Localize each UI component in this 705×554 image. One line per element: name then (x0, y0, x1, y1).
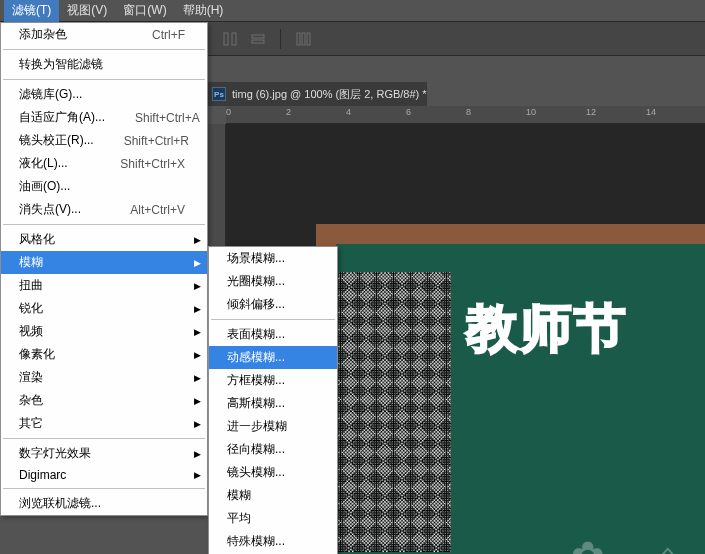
chalkboard-graphic: 教师节 ✿ ⌂ ⬡ (336, 244, 705, 554)
menu-item-label: Digimarc (19, 468, 66, 482)
blur-submenu-item[interactable]: 进一步模糊 (209, 415, 337, 438)
submenu-arrow-icon: ▶ (194, 419, 201, 429)
filter-menu-dropdown: 添加杂色Ctrl+F转换为智能滤镜滤镜库(G)...自适应广角(A)...Shi… (0, 22, 208, 516)
svg-rect-5 (302, 33, 305, 45)
blur-submenu-item[interactable]: 径向模糊... (209, 438, 337, 461)
menu-separator (3, 224, 205, 225)
filter-menu-item[interactable]: 杂色▶ (1, 389, 207, 412)
menu-item-label: 油画(O)... (19, 178, 70, 195)
filter-menu-item[interactable]: 风格化▶ (1, 228, 207, 251)
menu-item-label: 消失点(V)... (19, 201, 81, 218)
menu-item-label: 数字灯光效果 (19, 445, 91, 462)
menu-view[interactable]: 视图(V) (59, 0, 115, 22)
submenu-arrow-icon: ▶ (194, 235, 201, 245)
filter-menu-item[interactable]: 消失点(V)...Alt+Ctrl+V (1, 198, 207, 221)
menu-window[interactable]: 窗口(W) (115, 0, 174, 22)
blur-submenu-item[interactable]: 特殊模糊... (209, 530, 337, 553)
filter-menu-item[interactable]: 滤镜库(G)... (1, 83, 207, 106)
submenu-arrow-icon: ▶ (194, 281, 201, 291)
menu-help[interactable]: 帮助(H) (175, 0, 232, 22)
blur-submenu-item[interactable]: 动感模糊... (209, 346, 337, 369)
menu-item-label: 锐化 (19, 300, 43, 317)
menu-item-label: 特殊模糊... (227, 533, 285, 550)
menu-shortcut: Shift+Ctrl+X (120, 157, 185, 171)
menu-item-label: 添加杂色 (19, 26, 67, 43)
menu-item-label: 滤镜库(G)... (19, 86, 82, 103)
menu-shortcut: Alt+Ctrl+V (130, 203, 185, 217)
menu-item-label: 其它 (19, 415, 43, 432)
blur-submenu-item[interactable]: 方框模糊... (209, 369, 337, 392)
menu-item-label: 方框模糊... (227, 372, 285, 389)
svg-rect-1 (232, 33, 236, 45)
menu-shortcut: Ctrl+F (152, 28, 185, 42)
filter-menu-item[interactable]: 其它▶ (1, 412, 207, 435)
filter-menu-item[interactable]: 添加杂色Ctrl+F (1, 23, 207, 46)
menu-item-label: 渲染 (19, 369, 43, 386)
align-icon[interactable] (220, 29, 240, 49)
menu-item-label: 自适应广角(A)... (19, 109, 105, 126)
distribute-icon[interactable] (293, 29, 313, 49)
svg-rect-0 (224, 33, 228, 45)
separator (280, 29, 281, 49)
document-title: timg (6).jpg @ 100% (图层 2, RGB/8#) * (232, 87, 427, 102)
menu-item-label: 场景模糊... (227, 250, 285, 267)
filter-menu-item[interactable]: 浏览联机滤镜... (1, 492, 207, 515)
blur-submenu-item[interactable]: 场景模糊... (209, 247, 337, 270)
menu-separator (3, 488, 205, 489)
submenu-arrow-icon: ▶ (194, 258, 201, 268)
menu-item-label: 高斯模糊... (227, 395, 285, 412)
menu-item-label: 动感模糊... (227, 349, 285, 366)
menu-item-label: 像素化 (19, 346, 55, 363)
submenu-arrow-icon: ▶ (194, 373, 201, 383)
filter-menu-item[interactable]: 锐化▶ (1, 297, 207, 320)
menu-shortcut: Shift+Ctrl+R (124, 134, 189, 148)
blur-submenu-dropdown: 场景模糊...光圈模糊...倾斜偏移...表面模糊...动感模糊...方框模糊.… (208, 246, 338, 554)
menu-filter[interactable]: 滤镜(T) (4, 0, 59, 22)
menubar: 滤镜(T) 视图(V) 窗口(W) 帮助(H) (0, 0, 705, 22)
blur-submenu-item[interactable]: 镜头模糊... (209, 461, 337, 484)
noise-region (336, 272, 451, 552)
menu-item-label: 视频 (19, 323, 43, 340)
submenu-arrow-icon: ▶ (194, 327, 201, 337)
menu-item-label: 平均 (227, 510, 251, 527)
submenu-arrow-icon: ▶ (194, 350, 201, 360)
menu-item-label: 光圈模糊... (227, 273, 285, 290)
filter-menu-item[interactable]: 数字灯光效果▶ (1, 442, 207, 465)
blur-submenu-item[interactable]: 平均 (209, 507, 337, 530)
menu-item-label: 扭曲 (19, 277, 43, 294)
filter-menu-item[interactable]: Digimarc▶ (1, 465, 207, 485)
filter-menu-item[interactable]: 模糊▶ (1, 251, 207, 274)
menu-separator (3, 49, 205, 50)
menu-item-label: 径向模糊... (227, 441, 285, 458)
ruler-horizontal: 0246810121416 (226, 106, 705, 124)
filter-menu-item[interactable]: 自适应广角(A)...Shift+Ctrl+A (1, 106, 207, 129)
menu-item-label: 模糊 (227, 487, 251, 504)
menu-shortcut: Shift+Ctrl+A (135, 111, 200, 125)
menu-item-label: 浏览联机滤镜... (19, 495, 101, 512)
filter-menu-item[interactable]: 油画(O)... (1, 175, 207, 198)
document-tab[interactable]: Ps timg (6).jpg @ 100% (图层 2, RGB/8#) * (208, 82, 427, 106)
menu-item-label: 模糊 (19, 254, 43, 271)
blur-submenu-item[interactable]: 倾斜偏移... (209, 293, 337, 316)
menu-item-label: 镜头校正(R)... (19, 132, 94, 149)
svg-rect-3 (252, 40, 264, 43)
filter-menu-item[interactable]: 像素化▶ (1, 343, 207, 366)
align-icon[interactable] (248, 29, 268, 49)
menu-item-label: 镜头模糊... (227, 464, 285, 481)
menu-item-label: 风格化 (19, 231, 55, 248)
filter-menu-item[interactable]: 液化(L)...Shift+Ctrl+X (1, 152, 207, 175)
submenu-arrow-icon: ▶ (194, 304, 201, 314)
menu-item-label: 倾斜偏移... (227, 296, 285, 313)
menu-item-label: 转换为智能滤镜 (19, 56, 103, 73)
blur-submenu-item[interactable]: 表面模糊... (209, 323, 337, 346)
blur-submenu-item[interactable]: 高斯模糊... (209, 392, 337, 415)
filter-menu-item[interactable]: 转换为智能滤镜 (1, 53, 207, 76)
filter-menu-item[interactable]: 镜头校正(R)...Shift+Ctrl+R (1, 129, 207, 152)
submenu-arrow-icon: ▶ (194, 396, 201, 406)
filter-menu-item[interactable]: 扭曲▶ (1, 274, 207, 297)
filter-menu-item[interactable]: 视频▶ (1, 320, 207, 343)
blur-submenu-item[interactable]: 模糊 (209, 484, 337, 507)
blur-submenu-item[interactable]: 光圈模糊... (209, 270, 337, 293)
filter-menu-item[interactable]: 渲染▶ (1, 366, 207, 389)
svg-rect-4 (297, 33, 300, 45)
